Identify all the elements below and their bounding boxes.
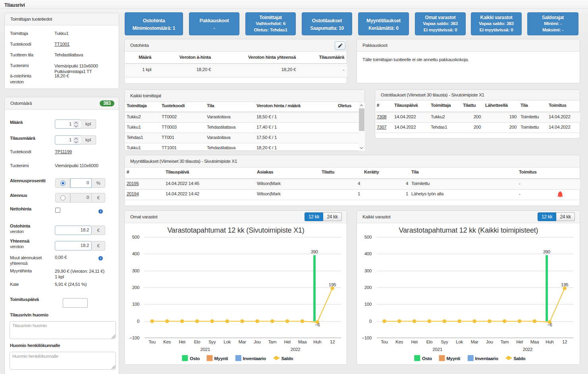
svg-text:Hei: Hei	[179, 339, 185, 344]
svg-text:Kes: Kes	[163, 339, 171, 344]
svg-text:Kes: Kes	[395, 339, 403, 344]
svg-text:Tou: Tou	[148, 339, 156, 344]
svg-text:390: 390	[543, 249, 550, 254]
svg-text:12: 12	[562, 339, 567, 344]
svg-text:Maa: Maa	[298, 339, 307, 344]
svg-text:0: 0	[369, 319, 372, 324]
svg-text:Saldo: Saldo	[513, 356, 525, 361]
svg-text:Elo: Elo	[194, 339, 200, 344]
svg-text:−6: −6	[547, 322, 552, 327]
svg-text:Mar: Mar	[239, 339, 246, 344]
svg-text:Myynti: Myynti	[447, 356, 461, 361]
svg-text:Jou: Jou	[254, 339, 261, 344]
svg-text:390: 390	[311, 249, 318, 254]
svg-text:100: 100	[364, 302, 372, 307]
svg-text:Tam: Tam	[500, 339, 509, 344]
svg-text:Hel: Hel	[516, 339, 522, 344]
svg-text:Huh: Huh	[546, 339, 553, 344]
svg-text:400: 400	[132, 251, 139, 256]
svg-text:Varastotapahtumat 12 kk (Kaikk: Varastotapahtumat 12 kk (Kaikki toimipis…	[399, 226, 538, 234]
svg-text:2022: 2022	[291, 347, 300, 352]
svg-text:Mar: Mar	[471, 339, 478, 344]
svg-text:Elo: Elo	[426, 339, 433, 344]
svg-text:2022: 2022	[523, 347, 532, 352]
svg-text:Huh: Huh	[313, 339, 321, 344]
svg-text:Osto: Osto	[422, 356, 432, 361]
svg-text:500: 500	[132, 235, 139, 239]
svg-text:Lok: Lok	[224, 339, 231, 344]
svg-text:200: 200	[132, 285, 139, 290]
svg-text:195: 195	[561, 282, 568, 287]
svg-text:Inventaario: Inventaario	[475, 356, 498, 361]
svg-text:Tou: Tou	[381, 339, 388, 344]
svg-text:Maa: Maa	[530, 339, 539, 344]
svg-text:−100: −100	[129, 335, 139, 340]
svg-text:500: 500	[364, 235, 372, 239]
svg-text:195: 195	[329, 282, 336, 287]
svg-text:12: 12	[330, 339, 335, 344]
svg-text:Jou: Jou	[486, 339, 493, 344]
svg-text:2021: 2021	[200, 347, 210, 352]
svg-text:Hel: Hel	[284, 339, 290, 344]
svg-text:200: 200	[364, 285, 372, 290]
svg-text:400: 400	[364, 251, 372, 256]
svg-text:Saldo: Saldo	[281, 356, 293, 361]
svg-text:Syy: Syy	[208, 339, 216, 344]
svg-text:−100: −100	[362, 335, 372, 340]
svg-text:300: 300	[132, 268, 139, 273]
svg-text:Myynti: Myynti	[214, 356, 228, 361]
svg-text:Tam: Tam	[268, 339, 276, 344]
svg-text:−6: −6	[315, 322, 320, 327]
svg-text:0: 0	[137, 319, 139, 324]
svg-text:Inventaario: Inventaario	[243, 356, 266, 361]
svg-text:Osto: Osto	[190, 356, 200, 361]
svg-text:100: 100	[132, 302, 139, 307]
svg-text:2021: 2021	[433, 347, 442, 352]
svg-text:Lok: Lok	[456, 339, 463, 344]
svg-text:Syy: Syy	[441, 339, 448, 344]
svg-text:Hei: Hei	[411, 339, 418, 344]
svg-text:300: 300	[364, 268, 372, 273]
svg-text:Varastotapahtumat 12 kk (Sivut: Varastotapahtumat 12 kk (Sivutoimipiste …	[167, 226, 304, 234]
